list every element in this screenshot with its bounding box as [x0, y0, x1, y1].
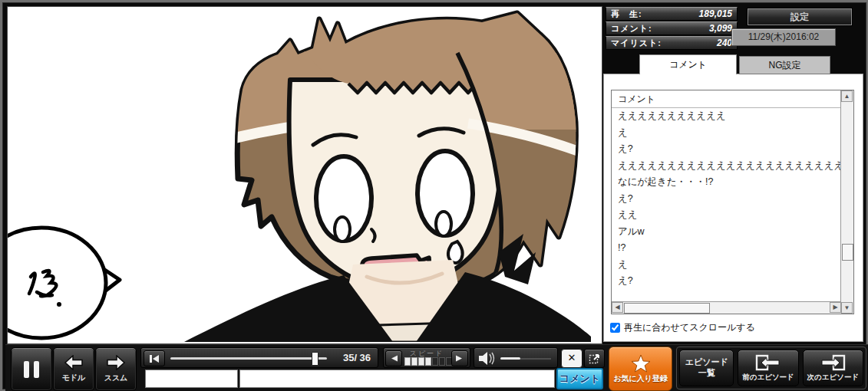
comment-tab-panel: コメント えええええええええええ え え? ええええええええええええええええええ… — [603, 74, 863, 342]
resize-icon — [589, 353, 600, 364]
vertical-scrollbar[interactable]: ▲ ▼ — [840, 90, 853, 314]
comment-column-header[interactable]: コメント — [612, 90, 841, 108]
stat-row-mylist: マイリスト: 240 — [606, 36, 738, 50]
scroll-down-button[interactable]: ▼ — [841, 302, 853, 314]
comment-list: コメント えええええええええええ え え? ええええええええええええええええええ… — [611, 90, 854, 314]
comment-row[interactable]: え — [612, 257, 841, 274]
back-label: モドル — [62, 373, 86, 383]
comments-value: 3,099 — [709, 23, 732, 34]
autoscroll-option[interactable]: 再生に合わせてスクロールする — [610, 321, 755, 334]
app-window: { "header": { "stats": [ {"label": "再 生:… — [0, 0, 868, 391]
speech-bubble — [8, 228, 120, 338]
next-episode-button[interactable]: 次のエピソード — [803, 350, 863, 386]
horizontal-scrollbar[interactable]: ◀ ▶ — [612, 301, 841, 314]
arrow-right-icon — [106, 355, 126, 370]
autoscroll-checkbox[interactable] — [610, 323, 620, 333]
comment-row[interactable]: ええ — [612, 207, 841, 224]
comment-row[interactable]: アルw — [612, 224, 841, 241]
skip-start-icon — [149, 354, 160, 363]
comment-row[interactable]: え? — [612, 191, 841, 208]
fullscreen-button[interactable] — [584, 349, 605, 368]
comment-row[interactable]: なにが起きた・・・!? — [612, 174, 841, 191]
speed-up-button[interactable] — [451, 350, 468, 366]
next-episode-icon — [820, 354, 846, 371]
speed-down-button[interactable] — [385, 350, 402, 366]
mylist-label: マイリスト: — [611, 38, 662, 49]
vertical-scroll-thumb[interactable] — [842, 244, 853, 261]
speed-strip: スピード — [383, 347, 470, 368]
episode-list-label: エピソード 一覧 — [685, 357, 728, 379]
comment-rows: えええええええええええ え え? えええええええええええええええええええええええ… — [612, 108, 841, 302]
info-panel: 再 生: 189,015 コメント: 3,099 マイリスト: 240 設定 1… — [602, 3, 866, 343]
command-input[interactable] — [145, 370, 238, 388]
tab-ng-settings[interactable]: NG設定 — [739, 56, 830, 74]
comment-toggle-button[interactable]: ✕ — [561, 349, 583, 368]
settings-button[interactable]: 設定 — [747, 8, 853, 26]
next-episode-label: 次のエピソード — [807, 373, 860, 383]
volume-level[interactable] — [500, 357, 520, 360]
arrow-left-icon — [64, 355, 84, 370]
prev-episode-label: 前のエピソード — [742, 373, 794, 383]
comment-row[interactable]: えええええええええええ — [612, 108, 841, 125]
arrow-right-small-icon — [456, 355, 464, 362]
scroll-left-button[interactable]: ◀ — [612, 302, 623, 313]
page-position: 35/ 36 — [334, 347, 380, 368]
speaker-icon — [478, 351, 497, 366]
comment-input[interactable] — [239, 370, 555, 388]
datetime-display: 11/29(木)2016:02 — [731, 28, 836, 46]
scroll-right-button[interactable]: ▶ — [830, 302, 841, 313]
player-control-bar: モドル ススム 35/ 36 スピード — [5, 344, 868, 391]
star-icon — [631, 354, 651, 373]
comment-row[interactable]: え? — [612, 273, 841, 290]
comment-row[interactable]: え? — [612, 141, 841, 158]
scroll-up-button[interactable]: ▲ — [841, 90, 853, 102]
mylist-value: 240 — [717, 38, 732, 48]
comment-row[interactable]: ええええええええええええええええええええええええ — [612, 158, 841, 175]
seek-track[interactable] — [170, 357, 327, 360]
favorite-label: お気に入り登録 — [613, 373, 668, 384]
favorite-button[interactable]: お気に入り登録 — [609, 347, 672, 391]
seek-thumb[interactable] — [312, 352, 318, 366]
stat-row-comments: コメント: 3,099 — [606, 21, 738, 35]
comment-row[interactable]: え — [612, 125, 841, 142]
episode-list-button[interactable]: エピソード 一覧 — [679, 350, 734, 386]
comments-label: コメント: — [611, 23, 652, 34]
plays-value: 189,015 — [699, 8, 732, 19]
anime-frame-illustration — [8, 7, 600, 342]
comment-submit-button[interactable]: コメント — [556, 368, 603, 389]
volume-strip — [474, 347, 558, 368]
stats-box: 再 生: 189,015 コメント: 3,099 マイリスト: 240 — [606, 7, 738, 51]
back-button[interactable]: モドル — [53, 347, 94, 391]
tab-comment[interactable]: コメント — [639, 54, 737, 74]
video-stage[interactable] — [7, 6, 602, 344]
autoscroll-label: 再生に合わせてスクロールする — [624, 321, 755, 334]
stat-row-plays: 再 生: 189,015 — [606, 7, 738, 21]
pause-button[interactable] — [11, 347, 52, 391]
horizontal-scroll-thumb[interactable] — [624, 303, 710, 314]
plays-label: 再 生: — [611, 8, 642, 20]
episode-button-group: エピソード 一覧 前のエピソード 次のエピソード — [676, 347, 866, 389]
prev-episode-icon — [755, 354, 781, 371]
comment-row[interactable]: !? — [612, 240, 841, 257]
forward-button[interactable]: ススム — [95, 347, 137, 391]
forward-label: ススム — [104, 373, 128, 383]
window-frame: 再 生: 189,015 コメント: 3,099 マイリスト: 240 設定 1… — [2, 2, 866, 389]
arrow-left-small-icon — [390, 355, 398, 362]
skip-to-start-button[interactable] — [144, 350, 165, 366]
pause-icon — [24, 361, 39, 378]
prev-episode-button[interactable]: 前のエピソード — [738, 350, 798, 386]
